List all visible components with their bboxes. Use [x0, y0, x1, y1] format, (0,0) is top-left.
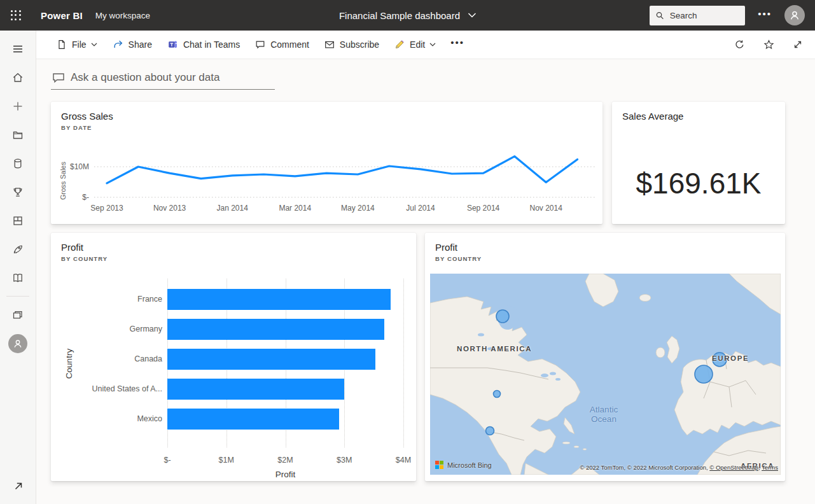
bar-x-tick-label: $3M	[337, 456, 352, 465]
qna-input[interactable]: Ask a question about your data	[51, 69, 275, 90]
sidebar-item-apps[interactable]	[0, 206, 36, 235]
search-input[interactable]	[670, 11, 739, 20]
sidebar-item-home[interactable]	[0, 63, 36, 92]
bar-united-states-of-a-[interactable]	[167, 379, 344, 400]
x-tick-label: Mar 2014	[279, 204, 311, 213]
sidebar-item-data-hub[interactable]	[0, 149, 36, 178]
account-avatar[interactable]	[784, 5, 805, 25]
edit-button[interactable]: Edit	[394, 39, 436, 50]
trophy-icon	[11, 186, 24, 199]
hamburger-menu-icon	[11, 43, 24, 55]
stacked-windows-icon	[11, 309, 24, 321]
microsoft-logo-icon	[435, 461, 443, 469]
share-button[interactable]: Share	[112, 39, 152, 50]
tile-subtitle: BY DATE	[61, 124, 113, 131]
product-logo[interactable]: Power BI	[41, 10, 83, 21]
map-label-north-america: NORTH AMERICA	[457, 345, 532, 353]
chat-in-teams-label: Chat in Teams	[183, 39, 240, 50]
person-icon	[788, 9, 801, 22]
qna-placeholder-text: Ask a question about your data	[71, 71, 219, 84]
map-bubble-france[interactable]	[695, 365, 713, 383]
bar-category-label: Germany	[61, 325, 162, 333]
tile-profit-by-country-map[interactable]: Profit BY COUNTRY	[425, 233, 785, 481]
kpi-value: $169.61K	[636, 166, 762, 200]
bar-mexico[interactable]	[167, 409, 339, 430]
waffle-icon	[11, 10, 22, 21]
x-tick-label: Jan 2014	[216, 204, 247, 213]
tile-sales-average[interactable]: Sales Average $169.61K	[612, 102, 785, 224]
sidebar-item-learn[interactable]	[0, 263, 36, 292]
share-icon	[112, 39, 124, 50]
tile-subtitle: BY COUNTRY	[61, 255, 108, 262]
file-menu-label: File	[72, 39, 87, 50]
share-label: Share	[129, 39, 152, 50]
sidebar-item-deployment-pipelines[interactable]	[0, 235, 36, 263]
map-graphic	[430, 274, 781, 475]
bar-canada[interactable]	[167, 349, 375, 370]
attribution-text: © 2022 TomTom, © 2022 Microsoft Corporat…	[580, 464, 709, 471]
chat-in-teams-button[interactable]: Chat in Teams	[167, 39, 240, 50]
x-tick-label: Nov 2013	[153, 204, 186, 213]
gross-sales-line-series[interactable]	[107, 157, 578, 183]
x-tick-label: Nov 2014	[530, 204, 562, 213]
tile-title: Profit	[61, 242, 108, 253]
file-menu-button[interactable]: File	[56, 39, 97, 50]
tile-gross-sales[interactable]: Gross Sales BY DATE Gross Sales $10M $- …	[51, 102, 603, 224]
tile-profit-by-country-bar[interactable]: Profit BY COUNTRY Country Profit $-$1M$2…	[51, 233, 416, 481]
rocket-icon	[11, 243, 24, 256]
more-options-button[interactable]: •••	[758, 8, 772, 23]
envelope-icon	[324, 39, 335, 50]
bing-map[interactable]: NORTH AMERICA EUROPE AFRICA Atlantic Oce…	[430, 274, 781, 475]
x-tick-label: Sep 2013	[90, 204, 123, 213]
edit-pencil-icon	[394, 39, 405, 50]
refresh-icon	[734, 39, 746, 51]
search-icon	[656, 11, 664, 20]
subscribe-button[interactable]: Subscribe	[324, 39, 379, 50]
tile-subtitle: BY COUNTRY	[435, 255, 482, 262]
refresh-button[interactable]	[734, 39, 746, 51]
file-icon	[56, 39, 67, 50]
openstreetmap-link[interactable]: © OpenStreetMap	[709, 464, 758, 471]
dashboard-action-bar: File Share Chat in Teams Comment Subscri…	[36, 31, 815, 59]
apps-grid-icon	[11, 214, 24, 227]
workspace-name[interactable]: My workspace	[95, 11, 150, 20]
bar-category-label: United States of A...	[61, 384, 162, 393]
bar-france[interactable]	[167, 289, 391, 310]
open-book-icon	[11, 272, 24, 284]
favorite-star-button[interactable]	[763, 39, 775, 51]
bar-germany[interactable]	[167, 319, 384, 340]
sidebar-item-menu[interactable]	[0, 34, 36, 63]
sidebar-item-my-workspace[interactable]	[0, 329, 36, 358]
x-tick-label: Jul 2014	[406, 204, 435, 213]
diagonal-arrow-icon	[12, 480, 25, 493]
map-bubble-united-states[interactable]	[494, 391, 501, 398]
map-label-europe: EUROPE	[712, 354, 749, 362]
gross-sales-xlabels: Sep 2013Nov 2013Jan 2014Mar 2014May 2014…	[94, 204, 597, 214]
comment-bubble-icon	[254, 39, 266, 50]
bar-category-label: Mexico	[61, 414, 162, 423]
map-bubble-canada[interactable]	[496, 310, 509, 323]
sidebar-item-workspaces[interactable]	[0, 300, 36, 329]
tile-title: Gross Sales	[61, 111, 113, 122]
fullscreen-button[interactable]	[792, 39, 804, 50]
tile-title: Sales Average	[622, 111, 683, 122]
dashboard-canvas: Ask a question about your data Gross Sal…	[36, 59, 815, 504]
sidebar-item-create[interactable]	[0, 92, 36, 120]
dashboard-title-dropdown[interactable]: Financial Sample dashboard	[339, 10, 476, 21]
sidebar-item-browse[interactable]	[0, 120, 36, 149]
qna-bubble-icon	[52, 73, 65, 83]
map-bubble-mexico[interactable]	[486, 427, 494, 435]
workspace-avatar	[8, 334, 27, 353]
more-commands-button[interactable]: •••	[450, 37, 464, 52]
plus-icon	[11, 100, 24, 113]
profit-bar-chart: Country Profit $-$1M$2M$3M$4MFranceGerma…	[61, 279, 412, 489]
terms-link[interactable]: Terms	[762, 464, 778, 471]
sidebar-item-navigate-external[interactable]	[0, 472, 36, 500]
search-box[interactable]	[650, 6, 745, 25]
bar-x-tick-label: $-	[164, 456, 171, 465]
app-launcher-button[interactable]	[0, 0, 32, 31]
bar-x-tick-label: $2M	[277, 456, 293, 465]
bar-category-label: France	[61, 295, 162, 304]
sidebar-item-goals[interactable]	[0, 178, 36, 206]
comment-button[interactable]: Comment	[254, 39, 309, 50]
